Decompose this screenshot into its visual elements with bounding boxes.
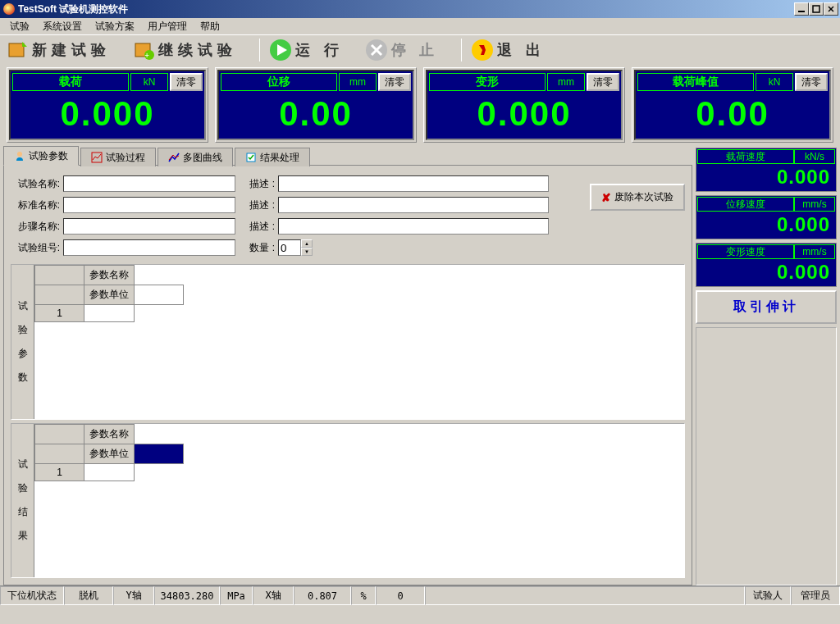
exit-button[interactable]: 退 出 bbox=[468, 36, 561, 64]
statusbar: 下位机状态 脱机 Y轴 34803.280 MPa X轴 0.807 % 0 试… bbox=[0, 585, 840, 605]
gauge-deform-value: 0.000 bbox=[429, 91, 619, 137]
status-host-label: 下位机状态 bbox=[0, 586, 64, 605]
extensometer-button[interactable]: 取引伸计 bbox=[696, 290, 837, 324]
grid1-cell[interactable] bbox=[84, 305, 135, 322]
gauge-load: 载荷 kN 清零 0.000 bbox=[9, 70, 206, 140]
grid2-table[interactable]: 参数名称 参数单位 1 bbox=[34, 424, 184, 481]
status-x-label: X轴 bbox=[253, 586, 294, 605]
mini3-label: 变形速度 bbox=[697, 244, 794, 259]
stop-button[interactable]: 停 止 bbox=[363, 36, 455, 64]
mini1-unit: kN/s bbox=[794, 149, 835, 164]
mini2-label: 位移速度 bbox=[697, 197, 794, 212]
menu-test[interactable]: 试验 bbox=[3, 18, 36, 35]
gauge-disp-label: 位移 bbox=[221, 73, 337, 91]
mini2-unit: mm/s bbox=[794, 197, 835, 212]
qty-down-button[interactable]: ▼ bbox=[301, 248, 313, 256]
mini1-value: 0.000 bbox=[697, 164, 835, 190]
menu-plan[interactable]: 试验方案 bbox=[89, 18, 141, 35]
menu-user[interactable]: 用户管理 bbox=[141, 18, 194, 35]
gauge-deformation: 变形 mm 清零 0.000 bbox=[426, 70, 623, 140]
gauge-peak-clear-button[interactable]: 清零 bbox=[795, 73, 828, 91]
grid1-table[interactable]: 参数名称 参数单位 1 bbox=[34, 265, 184, 322]
grid2-h2: 参数单位 bbox=[84, 444, 135, 463]
mini-gauge-deform-speed: 变形速度 mm/s 0.000 bbox=[696, 243, 837, 287]
new-test-icon bbox=[6, 39, 29, 61]
grid1-row1: 1 bbox=[35, 305, 84, 322]
std-name-input[interactable] bbox=[63, 197, 235, 213]
step-name-input[interactable] bbox=[63, 218, 235, 235]
grid-test-params: 试验参数 参数名称 参数单位 1 bbox=[11, 264, 685, 420]
mini-gauge-load-speed: 载荷速度 kN/s 0.000 bbox=[696, 148, 837, 192]
mini3-unit: mm/s bbox=[794, 244, 835, 259]
grid2-h1: 参数名称 bbox=[84, 424, 135, 444]
menu-system[interactable]: 系统设置 bbox=[36, 18, 89, 35]
desc1-label: 描述 : bbox=[239, 177, 275, 191]
minimize-button[interactable] bbox=[794, 2, 809, 16]
grid2-corner bbox=[35, 424, 84, 444]
status-y-value: 34803.280 bbox=[154, 586, 220, 605]
gauge-displacement: 位移 mm 清零 0.00 bbox=[217, 70, 414, 140]
std-name-label: 标准名称: bbox=[11, 198, 60, 212]
toolbar: 新建试验 + 继续试验 运 行 停 止 退 出 bbox=[0, 34, 840, 64]
grid1-cell[interactable] bbox=[135, 285, 184, 305]
gauge-load-clear-button[interactable]: 清零 bbox=[170, 73, 203, 91]
grid2-corner2 bbox=[35, 444, 84, 463]
app-icon bbox=[3, 3, 15, 15]
titlebar: TestSoft 试验机测控软件 bbox=[0, 0, 840, 18]
tabs: 试验参数 试验过程 多图曲线 结果处理 bbox=[3, 146, 692, 166]
group-label: 试验组号: bbox=[11, 241, 60, 255]
chart-icon bbox=[168, 152, 180, 163]
result-icon bbox=[245, 152, 257, 163]
status-y-unit: MPa bbox=[220, 586, 253, 605]
window-title: TestSoft 试验机测控软件 bbox=[18, 2, 128, 16]
status-host-value: 脱机 bbox=[64, 586, 113, 605]
qty-input[interactable] bbox=[278, 239, 301, 256]
mini1-label: 载荷速度 bbox=[697, 149, 794, 164]
svg-point-15 bbox=[17, 152, 22, 157]
test-name-input[interactable] bbox=[63, 175, 235, 192]
grid1-corner2 bbox=[35, 285, 84, 305]
qty-label: 数量 : bbox=[239, 241, 275, 255]
grid2-cell-selected[interactable] bbox=[135, 444, 184, 463]
gauge-deform-clear-button[interactable]: 清零 bbox=[587, 73, 619, 91]
test-name-label: 试验名称: bbox=[11, 177, 60, 191]
discard-test-button[interactable]: ✘ 废除本次试验 bbox=[590, 184, 685, 211]
qty-up-button[interactable]: ▲ bbox=[301, 239, 313, 248]
gauge-peak-unit: kN bbox=[756, 73, 793, 91]
gauge-deform-label: 变形 bbox=[429, 73, 546, 91]
menu-help[interactable]: 帮助 bbox=[194, 18, 226, 35]
gauge-row: 载荷 kN 清零 0.000 位移 mm 清零 0.00 变形 mm 清零 0.… bbox=[0, 64, 840, 146]
gauge-peak-value: 0.00 bbox=[637, 91, 828, 137]
status-tester-label: 试验人 bbox=[745, 586, 791, 605]
status-admin: 管理员 bbox=[791, 586, 840, 605]
new-test-button[interactable]: 新建试验 bbox=[3, 36, 126, 64]
tab-params[interactable]: 试验参数 bbox=[3, 146, 79, 166]
grid2-row1: 1 bbox=[35, 463, 84, 481]
grid2-cell[interactable] bbox=[84, 463, 135, 481]
toolbar-separator bbox=[461, 39, 462, 61]
tab-result[interactable]: 结果处理 bbox=[235, 148, 310, 166]
continue-test-icon: + bbox=[132, 39, 155, 61]
status-fill bbox=[425, 586, 745, 605]
gauge-disp-value: 0.00 bbox=[221, 91, 411, 137]
gauge-load-unit: kN bbox=[130, 73, 168, 91]
tab-multichart[interactable]: 多图曲线 bbox=[158, 148, 233, 166]
desc3-input[interactable] bbox=[278, 218, 549, 235]
desc1-input[interactable] bbox=[278, 175, 549, 192]
tab-process[interactable]: 试验过程 bbox=[80, 148, 156, 166]
x-icon: ✘ bbox=[601, 191, 611, 204]
mini2-value: 0.000 bbox=[697, 212, 835, 238]
gauge-disp-clear-button[interactable]: 清零 bbox=[378, 73, 411, 91]
run-button[interactable]: 运 行 bbox=[267, 36, 359, 64]
mini3-value: 0.000 bbox=[697, 259, 835, 285]
maximize-button[interactable] bbox=[809, 2, 824, 16]
continue-test-button[interactable]: + 继续试验 bbox=[130, 36, 253, 64]
status-zero: 0 bbox=[376, 586, 425, 605]
group-input[interactable] bbox=[63, 239, 235, 256]
close-button[interactable] bbox=[824, 2, 838, 16]
gauge-load-label: 载荷 bbox=[12, 73, 129, 91]
gauge-disp-unit: mm bbox=[339, 73, 377, 91]
toolbar-separator bbox=[259, 39, 260, 61]
desc2-input[interactable] bbox=[278, 197, 549, 213]
grid1-corner bbox=[35, 266, 84, 285]
